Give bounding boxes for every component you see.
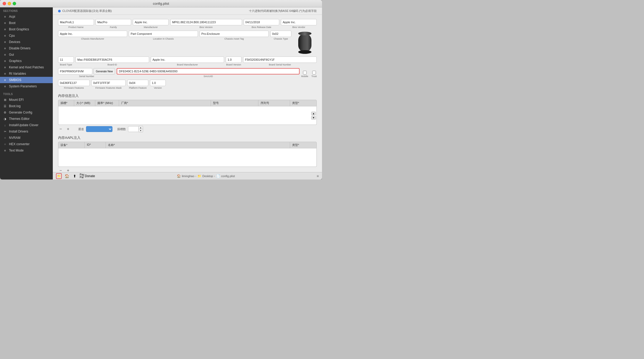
- close-button[interactable]: [3, 2, 6, 5]
- smuuid-input[interactable]: [117, 68, 300, 74]
- sidebar-item-devices[interactable]: ≡ Devices: [0, 39, 53, 45]
- board-id-input[interactable]: [75, 56, 149, 63]
- sidebar-item-label: System Parameters: [9, 84, 37, 88]
- aapl-memory-title: 内存AAPL注入: [58, 135, 317, 140]
- trust-checkbox[interactable]: [312, 71, 316, 74]
- bios-vendor-input[interactable]: [281, 19, 317, 25]
- sidebar-item-label: Themes Editor: [9, 117, 30, 121]
- sidebar-item-nvram[interactable]: ○ NVRAM: [0, 135, 53, 141]
- menu-icon[interactable]: ≡: [317, 174, 319, 178]
- sidebar-item-kernel-kext[interactable]: ≡ Kernel and Kext Patches: [0, 64, 53, 70]
- bios-version-cell: Bios Version: [170, 19, 242, 29]
- slot-stepper-down[interactable]: ▼: [139, 129, 143, 132]
- platform-feature-input[interactable]: [127, 80, 148, 86]
- chassis-type-cell: Chassis Type: [270, 31, 291, 40]
- hex-info-text: 十六进制代码将被转换为BASE 64编码 (*)为必填字段: [249, 9, 317, 13]
- chassis-type-input[interactable]: [270, 31, 291, 37]
- board-manufacturer-input[interactable]: [151, 56, 224, 63]
- sidebar-item-label: Rt Variables: [9, 72, 26, 75]
- slot-stepper-up[interactable]: ▲: [139, 126, 143, 129]
- install-clover-icon: ↓: [3, 123, 7, 127]
- memory-scroll-up[interactable]: ▲: [311, 112, 316, 115]
- row-board: Board Type Board-ID Board Manufacturer: [58, 56, 317, 66]
- clover-badge: CLOVER配置器国际版(汉化:草原企鹅): [58, 9, 112, 13]
- mobile-checkbox[interactable]: [303, 71, 307, 74]
- location-in-chassis-input[interactable]: [129, 31, 198, 37]
- bios-vendor-cell: Bios Vendor: [281, 19, 317, 29]
- family-input[interactable]: [96, 19, 131, 25]
- acpi-icon: ≡: [3, 15, 7, 18]
- aapl-memory-section: 内存AAPL注入 设备* ID* 名称* 类型* − +: [58, 135, 317, 172]
- memory-remove-button[interactable]: −: [58, 126, 63, 132]
- bios-version-input[interactable]: [170, 19, 242, 25]
- sidebar-item-generate-config[interactable]: ⚙ Generate Config: [0, 109, 53, 116]
- sidebar-item-label: Boot Graphics: [9, 27, 29, 31]
- memory-scroll-down[interactable]: ▼: [311, 116, 316, 120]
- aapl-add-button[interactable]: +: [65, 168, 71, 172]
- donate-button[interactable]: PayPal Donate: [80, 173, 95, 179]
- sidebar-item-boot-log[interactable]: ☰ Boot.log: [0, 103, 53, 109]
- sidebar-item-system-parameters[interactable]: ≡ System Parameters: [0, 83, 53, 89]
- trust-label: Trust: [311, 75, 317, 78]
- board-version-input[interactable]: [226, 56, 242, 63]
- sidebar-item-label: Install Drivers: [9, 130, 28, 133]
- sidebar-item-boot-graphics[interactable]: ≡ Boot Graphics: [0, 26, 53, 32]
- sidebar-item-cpu[interactable]: ≡ Cpu: [0, 32, 53, 39]
- version-input[interactable]: [150, 80, 166, 86]
- board-serial-label: Board Serial Number: [243, 63, 317, 66]
- slot-count-input[interactable]: [128, 126, 139, 132]
- sidebar-item-smbios[interactable]: ≡ SMBIOS: [0, 77, 53, 83]
- smbios-form: Product Name Family Manufacturer Bi: [53, 15, 322, 172]
- breadcrumb-sep1: ›: [195, 174, 196, 178]
- firmware-features-input[interactable]: [58, 80, 90, 86]
- memory-add-button[interactable]: +: [65, 126, 71, 132]
- share-button[interactable]: ⬆: [72, 173, 78, 179]
- sidebar-item-rt-variables[interactable]: ≡ Rt Variables: [0, 70, 53, 77]
- home-button[interactable]: 🏠: [64, 173, 70, 179]
- aapl-col-type: 类型*: [290, 142, 316, 148]
- sidebar-item-gui[interactable]: ≡ Gui: [0, 51, 53, 58]
- sidebar-item-hex-converter[interactable]: ○ HEX converter: [0, 141, 53, 147]
- sidebar-item-boot[interactable]: ≡ Boot: [0, 20, 53, 26]
- manufacturer-input[interactable]: [133, 19, 169, 25]
- sidebar-item-install-clover[interactable]: ↓ Install/Update Clover: [0, 122, 53, 128]
- board-serial-input[interactable]: [243, 56, 317, 63]
- firmware-features-mask-label: Firmware Features Mask: [91, 87, 126, 89]
- home-icon: 🏠: [65, 174, 69, 178]
- version-cell: Version: [150, 80, 166, 89]
- chassis-manufacturer-input[interactable]: [58, 31, 127, 37]
- folder-icon-button[interactable]: 📁: [56, 173, 62, 179]
- sidebar-item-acpi[interactable]: ≡ Acpi: [0, 13, 53, 20]
- sidebar-item-disable-drivers[interactable]: ≡ Disable Drivers: [0, 45, 53, 51]
- sidebar-item-label: Kernel and Kext Patches: [9, 65, 44, 69]
- chassis-asset-tag-label: Chassis Asset Tag: [200, 37, 269, 40]
- sidebar-item-mount-efi[interactable]: ⊞ Mount EFI: [0, 97, 53, 103]
- sidebar-item-label: Disable Drivers: [9, 46, 30, 50]
- board-version-label: Board Version: [226, 63, 242, 66]
- channel-select[interactable]: [86, 126, 112, 132]
- sidebar-item-graphics[interactable]: ≡ Graphics: [0, 58, 53, 64]
- disable-drivers-icon: ≡: [3, 46, 7, 50]
- sidebar-item-text-mode[interactable]: ≡ Text Mode: [0, 147, 53, 154]
- sidebar-item-label: Devices: [9, 40, 20, 44]
- platform-feature-label: Platform Feature: [127, 87, 148, 89]
- minimize-button[interactable]: [8, 2, 11, 5]
- generate-new-button[interactable]: Generate New: [93, 68, 115, 74]
- smbios-content-area: Product Name Family Manufacturer Bi: [53, 15, 322, 172]
- chassis-type-label: Chassis Type: [270, 37, 291, 40]
- aapl-table-header: 设备* ID* 名称* 类型*: [58, 142, 317, 148]
- product-name-label: Product Name: [58, 26, 94, 29]
- sidebar-item-label: Text Mode: [9, 149, 23, 152]
- breadcrumb-folder-icon: 📁: [197, 174, 201, 178]
- firmware-features-mask-input[interactable]: [91, 80, 126, 86]
- board-type-input[interactable]: [58, 56, 74, 63]
- sidebar-item-install-drivers[interactable]: ✂ Install Drivers: [0, 128, 53, 135]
- chassis-asset-tag-input[interactable]: [200, 31, 269, 37]
- bios-release-date-input[interactable]: [244, 19, 280, 25]
- mobile-label: Mobile: [301, 75, 308, 78]
- product-name-input[interactable]: [58, 19, 94, 25]
- sidebar-item-themes-editor[interactable]: ◑ Themes Editor: [0, 116, 53, 122]
- maximize-button[interactable]: [13, 2, 16, 5]
- serial-number-input[interactable]: [58, 68, 92, 74]
- aapl-remove-button[interactable]: −: [58, 168, 63, 172]
